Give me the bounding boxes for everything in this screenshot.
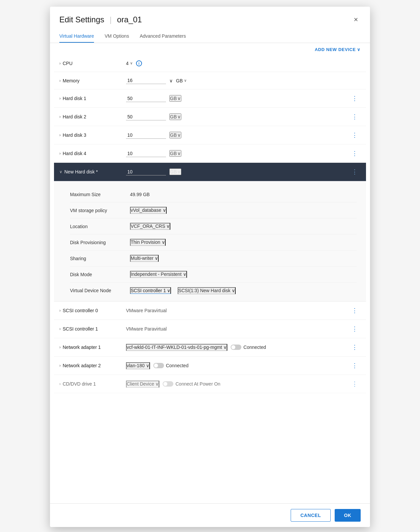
new-hard-disk-value: GB ∨: [126, 168, 349, 175]
vm-storage-value: vVol_database ∨: [130, 207, 167, 214]
sharing-dropdown[interactable]: Multi-writer ∨: [130, 255, 159, 262]
disk-mode-dropdown[interactable]: Independent - Persistent ∨: [130, 271, 187, 278]
memory-label: › Memory: [59, 78, 126, 83]
hard-disk-4-input[interactable]: [126, 150, 166, 157]
location-row: Location VCF_ORA_CRS ∨: [70, 218, 357, 234]
hard-disk-1-chevron[interactable]: ›: [59, 96, 61, 101]
network-adapter-2-label: › Network adapter 2: [59, 363, 126, 368]
new-hard-disk-input[interactable]: [126, 168, 166, 175]
hard-disk-4-chevron[interactable]: ›: [59, 151, 61, 156]
location-dropdown[interactable]: VCF_ORA_CRS ∨: [130, 223, 170, 230]
hard-disk-2-row: › Hard disk 2 GB ∨ ⋮: [54, 108, 366, 126]
network-adapter-1-row: › Network adapter 1 vcf-wkld-01-IT-INF-W…: [54, 338, 366, 357]
memory-value: ∨ GB ∨: [126, 77, 361, 84]
main-content: › CPU 4 ∨ i › Memory ∨: [50, 55, 370, 503]
hard-disk-3-menu[interactable]: ⋮: [349, 130, 361, 140]
tab-virtual-hardware[interactable]: Virtual Hardware: [59, 30, 94, 43]
scsi-controller-1-menu[interactable]: ⋮: [349, 324, 361, 334]
cd-dvd-drive-1-menu[interactable]: ⋮: [349, 379, 361, 389]
modal-subtitle: ora_01: [117, 15, 142, 24]
net2-chevron[interactable]: ›: [59, 363, 61, 368]
location-value: VCF_ORA_CRS ∨: [130, 223, 170, 230]
vm-storage-row: VM storage policy vVol_database ∨: [70, 202, 357, 218]
net2-toggle[interactable]: [153, 363, 164, 368]
hard-disk-1-unit-dropdown[interactable]: GB ∨: [169, 95, 181, 102]
add-new-device-button[interactable]: ADD NEW DEVICE ∨: [315, 47, 361, 52]
tab-vm-options[interactable]: VM Options: [105, 30, 129, 43]
hard-disk-1-menu[interactable]: ⋮: [349, 93, 361, 103]
net1-toggle[interactable]: [231, 345, 241, 350]
new-hard-disk-expanded: Maximum Size 49.99 GB VM storage policy …: [54, 181, 366, 302]
cpu-value: 4 ∨ i: [126, 60, 361, 66]
hard-disk-3-input[interactable]: [126, 132, 166, 139]
hard-disk-4-row: › Hard disk 4 GB ∨ ⋮: [54, 144, 366, 163]
net1-network-dropdown[interactable]: vcf-wkld-01-IT-INF-WKLD-01-vds-01-pg-mgm…: [126, 344, 227, 351]
close-button[interactable]: ×: [351, 15, 361, 25]
new-hard-disk-chevron[interactable]: ∨: [59, 169, 62, 174]
new-hard-disk-unit-dropdown[interactable]: GB ∨: [169, 168, 181, 175]
modal-title: Edit Settings | ora_01: [59, 15, 142, 24]
virtual-device-node-value: SCSI controller 1 ∨ SCSI(1:3) New Hard d…: [130, 287, 236, 294]
virtual-device-node-row: Virtual Device Node SCSI controller 1 ∨ …: [70, 283, 357, 299]
tab-advanced-parameters[interactable]: Advanced Parameters: [140, 30, 186, 43]
sharing-row: Sharing Multi-writer ∨: [70, 250, 357, 267]
new-hard-disk-menu[interactable]: ⋮: [349, 167, 361, 177]
hard-disk-1-row: › Hard disk 1 GB ∨ ⋮: [54, 89, 366, 108]
hard-disk-2-unit-dropdown[interactable]: GB ∨: [169, 113, 181, 120]
vdn-controller-dropdown[interactable]: SCSI controller 1 ∨: [130, 287, 171, 294]
scsi0-chevron[interactable]: ›: [59, 308, 61, 313]
memory-chevron[interactable]: ›: [59, 78, 61, 83]
scsi-controller-0-menu[interactable]: ⋮: [349, 306, 361, 316]
network-adapter-1-value: vcf-wkld-01-IT-INF-WKLD-01-vds-01-pg-mgm…: [126, 344, 349, 351]
net1-connected-badge: Connected: [231, 345, 266, 350]
scsi-controller-1-label: › SCSI controller 1: [59, 326, 126, 332]
network-adapter-2-menu[interactable]: ⋮: [349, 361, 361, 371]
ok-button[interactable]: OK: [335, 509, 361, 522]
net2-connected-badge: Connected: [153, 363, 189, 368]
hard-disk-3-chevron[interactable]: ›: [59, 133, 61, 137]
scsi1-chevron[interactable]: ›: [59, 327, 61, 331]
network-adapter-2-value: vlan-180 ∨ Connected: [126, 362, 349, 369]
cancel-button[interactable]: CANCEL: [291, 509, 331, 522]
vdn-slot-dropdown[interactable]: SCSI(1:3) New Hard disk ∨: [178, 287, 236, 294]
hard-disk-3-unit-dropdown[interactable]: GB ∨: [169, 132, 181, 138]
net1-chevron[interactable]: ›: [59, 345, 61, 350]
disk-provisioning-dropdown[interactable]: Thin Provision ∨: [130, 239, 166, 246]
hard-disk-1-input[interactable]: [126, 95, 166, 102]
cpu-chevron[interactable]: ›: [59, 61, 61, 66]
hard-disk-4-unit-dropdown[interactable]: GB ∨: [169, 150, 181, 157]
hard-disk-3-value: GB ∨: [126, 132, 349, 139]
cpu-count-dropdown[interactable]: 4 ∨: [126, 61, 133, 66]
hard-disk-4-value: GB ∨: [126, 150, 349, 157]
network-adapter-1-menu[interactable]: ⋮: [349, 342, 361, 352]
hard-disk-2-chevron[interactable]: ›: [59, 114, 61, 119]
modal-footer: CANCEL OK: [50, 503, 370, 527]
hard-disk-1-value: GB ∨: [126, 95, 349, 102]
cpu-label: › CPU: [59, 61, 126, 66]
memory-input[interactable]: [126, 77, 166, 84]
hard-disk-2-menu[interactable]: ⋮: [349, 112, 361, 122]
hard-disk-2-value: GB ∨: [126, 113, 349, 120]
cd-dvd-drive-1-label: › CD/DVD drive 1: [59, 381, 126, 387]
cd1-connected-badge: Connect At Power On: [163, 381, 220, 387]
network-adapter-1-label: › Network adapter 1: [59, 345, 126, 350]
hard-disk-1-label: › Hard disk 1: [59, 96, 126, 101]
memory-row: › Memory ∨ GB ∨: [54, 72, 366, 89]
network-adapter-2-row: › Network adapter 2 vlan-180 ∨ Connected…: [54, 357, 366, 375]
cd-dvd-drive-1-row: › CD/DVD drive 1 Client Device ∨ Connect…: [54, 375, 366, 393]
cd1-chevron[interactable]: ›: [59, 382, 61, 386]
hard-disk-2-label: › Hard disk 2: [59, 114, 126, 119]
cd1-toggle[interactable]: [163, 381, 173, 387]
modal-header: Edit Settings | ora_01 ×: [50, 7, 370, 30]
hard-disk-4-menu[interactable]: ⋮: [349, 148, 361, 158]
memory-gb-dropdown[interactable]: GB ∨: [176, 78, 187, 83]
cd1-device-dropdown[interactable]: Client Device ∨: [126, 381, 159, 388]
memory-unit-dropdown[interactable]: ∨: [169, 78, 173, 83]
vm-storage-dropdown[interactable]: vVol_database ∨: [130, 207, 167, 214]
disk-mode-row: Disk Mode Independent - Persistent ∨: [70, 267, 357, 283]
cpu-info-icon[interactable]: i: [136, 60, 142, 66]
new-hard-disk-row: ∨ New Hard disk * GB ∨ ⋮: [54, 163, 366, 181]
net2-network-dropdown[interactable]: vlan-180 ∨: [126, 362, 150, 369]
add-device-bar: ADD NEW DEVICE ∨: [50, 43, 370, 55]
hard-disk-2-input[interactable]: [126, 113, 166, 120]
